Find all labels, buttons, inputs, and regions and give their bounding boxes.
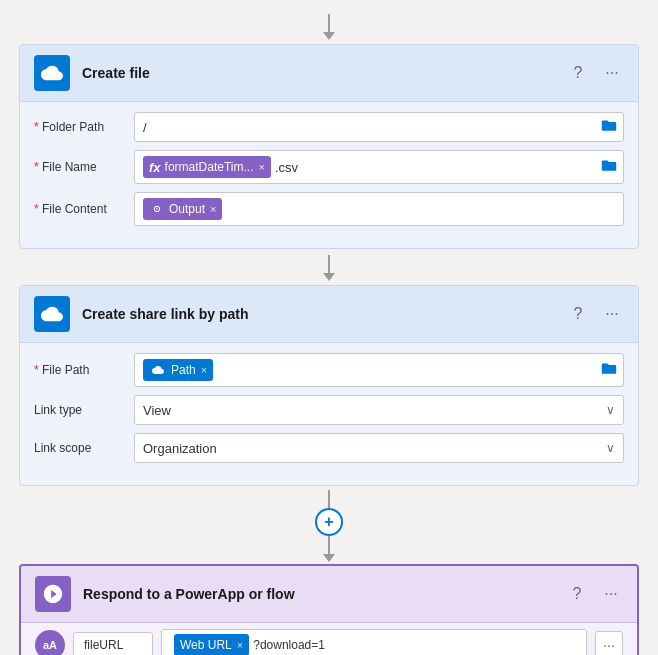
plus-button[interactable]: +	[315, 508, 343, 536]
link-type-select[interactable]: View ∨	[134, 395, 624, 425]
link-scope-select[interactable]: Organization ∨	[134, 433, 624, 463]
create-share-link-icon	[34, 296, 70, 332]
file-content-input[interactable]: ⊙ Output ×	[134, 192, 624, 226]
append-text: ?download=1	[253, 638, 325, 652]
create-file-body: Folder Path / File Name fx formatDateTim…	[20, 102, 638, 248]
create-share-link-body: File Path Path × Link type	[20, 343, 638, 485]
file-content-label: File Content	[34, 202, 134, 216]
link-type-label: Link type	[34, 403, 134, 417]
folder-path-value: /	[143, 120, 147, 135]
create-file-more[interactable]: ···	[600, 61, 624, 85]
path-tag-text: Path	[171, 363, 196, 377]
create-file-card: Create file ? ··· Folder Path / File Nam…	[19, 44, 639, 249]
file-path-input[interactable]: Path ×	[134, 353, 624, 387]
create-share-link-card: Create share link by path ? ··· File Pat…	[19, 285, 639, 486]
powerapp-output-row: aA fileURL Web URL × ?download=1 ···	[21, 623, 637, 655]
folder-icon	[601, 119, 617, 136]
respond-powerapp-actions: ? ···	[565, 582, 623, 606]
create-file-actions: ? ···	[566, 61, 624, 85]
output-close[interactable]: ×	[210, 203, 216, 215]
respond-powerapp-help[interactable]: ?	[565, 582, 589, 606]
create-file-icon	[34, 55, 70, 91]
folder-path-label: Folder Path	[34, 120, 134, 134]
link-type-chevron: ∨	[606, 403, 615, 417]
file-content-row: File Content ⊙ Output ×	[34, 192, 624, 226]
create-file-title: Create file	[82, 65, 566, 81]
folder-path-input[interactable]: /	[134, 112, 624, 142]
respond-powerapp-card: Respond to a PowerApp or flow ? ··· aA f…	[19, 564, 639, 655]
file-url-box[interactable]: fileURL	[73, 632, 153, 655]
file-path-row: File Path Path ×	[34, 353, 624, 387]
link-type-row: Link type View ∨	[34, 395, 624, 425]
output-text: Output	[169, 202, 205, 216]
create-share-link-title: Create share link by path	[82, 306, 566, 322]
web-url-tag: Web URL ×	[174, 634, 249, 655]
create-share-link-more[interactable]: ···	[600, 302, 624, 326]
row-more-btn[interactable]: ···	[595, 631, 623, 655]
cloud-icon	[41, 62, 63, 84]
connector-plus: +	[315, 490, 343, 562]
respond-powerapp-header: Respond to a PowerApp or flow ? ···	[21, 566, 637, 623]
format-date-close[interactable]: ×	[258, 161, 264, 173]
flow-container: Create file ? ··· Folder Path / File Nam…	[19, 10, 639, 655]
link-scope-value: Organization	[143, 441, 217, 456]
format-date-text: formatDateTim...	[165, 160, 254, 174]
file-name-row: File Name fx formatDateTim... × .csv	[34, 150, 624, 184]
format-date-tag: fx formatDateTim... ×	[143, 156, 271, 178]
respond-powerapp-more[interactable]: ···	[599, 582, 623, 606]
create-share-link-header: Create share link by path ? ···	[20, 286, 638, 343]
web-url-close[interactable]: ×	[237, 639, 243, 651]
folder-path-row: Folder Path /	[34, 112, 624, 142]
output-icon: ⊙	[149, 201, 165, 217]
powerapp-icon	[42, 583, 64, 605]
web-url-container[interactable]: Web URL × ?download=1	[161, 629, 587, 655]
link-scope-label: Link scope	[34, 441, 134, 455]
create-share-link-help[interactable]: ?	[566, 302, 590, 326]
file-name-folder-icon	[601, 159, 617, 176]
web-url-text: Web URL	[180, 638, 232, 652]
link-scope-chevron: ∨	[606, 441, 615, 455]
create-file-header: Create file ? ···	[20, 45, 638, 102]
respond-powerapp-title: Respond to a PowerApp or flow	[83, 586, 565, 602]
fx-icon: fx	[149, 160, 161, 175]
csv-suffix: .csv	[275, 160, 298, 175]
path-tag-icon	[149, 361, 167, 379]
create-file-help[interactable]: ?	[566, 61, 590, 85]
file-name-label: File Name	[34, 160, 134, 174]
path-tag: Path ×	[143, 359, 213, 381]
create-share-link-actions: ? ···	[566, 302, 624, 326]
respond-powerapp-icon	[35, 576, 71, 612]
link-type-value: View	[143, 403, 171, 418]
file-name-input[interactable]: fx formatDateTim... × .csv	[134, 150, 624, 184]
file-path-folder-icon	[601, 362, 617, 379]
aa-avatar: aA	[35, 630, 65, 655]
path-tag-close[interactable]: ×	[201, 364, 207, 376]
file-path-label: File Path	[34, 363, 134, 377]
cloud-share-icon	[41, 303, 63, 325]
middle-arrow-1	[323, 255, 335, 281]
output-tag: ⊙ Output ×	[143, 198, 222, 220]
top-arrow	[323, 14, 335, 40]
link-scope-row: Link scope Organization ∨	[34, 433, 624, 463]
